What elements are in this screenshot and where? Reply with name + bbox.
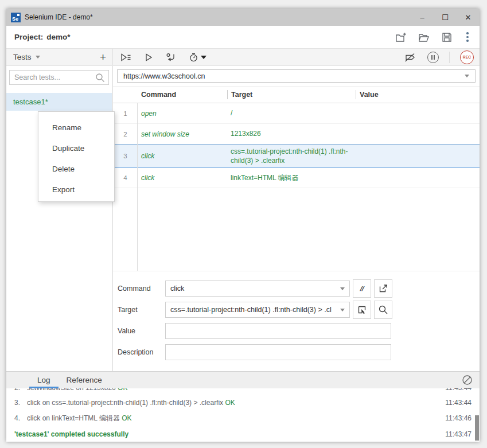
window-controls: – ☐ ✕ (411, 9, 480, 26)
tab-log[interactable]: Log (29, 376, 59, 388)
description-field-label: Description (118, 348, 165, 356)
playback-controls (120, 52, 207, 63)
log-status-ok: OK (122, 414, 131, 422)
log-entry: 4. click on linkText=HTML 编辑器 OK 11:43:4… (6, 410, 480, 427)
log-scrollbar-thumb[interactable] (475, 415, 479, 441)
tab-reference[interactable]: Reference (59, 376, 110, 388)
row-number: 1 (113, 110, 138, 117)
command-row-3-selected[interactable]: 3 click css=.tutorial-project:nth-child(… (113, 145, 480, 167)
tests-dropdown-caret-icon[interactable] (36, 56, 40, 59)
command-row-4[interactable]: 4 click linkText=HTML 编辑器 (113, 167, 480, 188)
log-entry-success: 'testcase1' completed successfully 11:43… (6, 427, 480, 442)
row-command: click (138, 152, 227, 160)
save-project-icon[interactable] (441, 31, 453, 44)
run-current-test-icon[interactable] (144, 53, 153, 62)
tests-sidebar: Tests + testcase1* (6, 49, 113, 371)
close-button[interactable]: ✕ (457, 9, 480, 26)
menu-item-export[interactable]: Export (38, 179, 114, 200)
description-input[interactable] (165, 344, 391, 360)
log-status-ok: OK (225, 399, 235, 407)
maximize-button[interactable]: ☐ (434, 9, 457, 26)
row-target: / (227, 107, 356, 119)
row-command: click (138, 174, 227, 182)
log-list: 2. setWindowSize on 1213x826 OK 11:43:44… (6, 388, 480, 442)
log-entry-text: click on linkText=HTML 编辑器 OK (27, 414, 439, 423)
title-bar: Se Selenium IDE - demo* – ☐ ✕ (6, 9, 480, 26)
log-entry-number: 2. (14, 388, 27, 392)
target-select-caret-icon[interactable] (340, 309, 345, 311)
project-actions (395, 31, 472, 44)
log-entry-time: 11:43:46 (445, 414, 472, 422)
log-entry-time: 11:43:44 (445, 399, 472, 407)
run-all-tests-icon[interactable] (120, 53, 131, 62)
menu-item-delete[interactable]: Delete (38, 158, 114, 179)
test-item-testcase1[interactable]: testcase1* (6, 93, 112, 111)
record-button[interactable]: REC (460, 50, 474, 64)
form-row-description: Description (118, 344, 480, 360)
project-name: demo* (46, 33, 70, 41)
row-number: 2 (113, 131, 138, 138)
comment-glyph: // (360, 285, 364, 292)
row-target: 1213x826 (227, 127, 356, 140)
test-list: testcase1* (6, 88, 112, 111)
toolbar-divider (449, 52, 450, 63)
command-select-value: click (170, 285, 340, 293)
main-panel: REC https://www.w3cschool.cn Command T (113, 49, 480, 371)
add-test-button[interactable]: + (100, 52, 106, 63)
selenium-ide-window: Se Selenium IDE - demo* – ☐ ✕ Project: d… (6, 9, 480, 442)
row-number: 3 (113, 153, 138, 159)
command-select[interactable]: click (165, 281, 350, 297)
search-tests-input[interactable] (10, 71, 108, 84)
base-url-value: https://www.w3cschool.cn (123, 72, 465, 80)
log-entry-number: 4. (14, 414, 27, 422)
base-url-combobox[interactable]: https://www.w3cschool.cn (117, 69, 476, 83)
command-table: Command Target Value 1 open / 2 (113, 87, 480, 271)
open-in-new-window-button[interactable] (374, 279, 392, 298)
row-number: 4 (113, 174, 138, 181)
search-box (9, 70, 109, 85)
command-row-1[interactable]: 1 open / (113, 103, 480, 124)
tests-header: Tests + (6, 49, 112, 66)
log-status-ok: OK (118, 388, 127, 392)
command-select-caret-icon[interactable] (340, 287, 345, 290)
form-row-command: Command click // (118, 281, 480, 297)
clear-log-icon[interactable] (462, 375, 473, 388)
command-row-2[interactable]: 2 set window size 1213x826 (113, 124, 480, 145)
header-target: Target (227, 90, 356, 99)
form-row-target: Target css=.tutorial-project:nth-child(1… (118, 302, 480, 318)
minimize-button[interactable]: – (411, 9, 434, 26)
test-context-menu: Rename Duplicate Delete Export (38, 111, 115, 202)
header-value: Value (356, 90, 480, 99)
row-command: set window size (138, 130, 227, 138)
new-project-icon[interactable] (395, 31, 407, 44)
log-entry-text: setWindowSize on 1213x826 OK (27, 388, 439, 392)
title-bar-left: Se Selenium IDE - demo* (6, 13, 411, 22)
search-row (6, 66, 112, 88)
target-select-value: css=.tutorial-project:nth-child(1) .fl:n… (170, 306, 340, 314)
tests-dropdown[interactable]: Tests (13, 53, 32, 61)
playback-toolbar: REC (113, 49, 480, 66)
form-row-value: Value (118, 323, 480, 339)
row-target: linkText=HTML 编辑器 (227, 172, 356, 184)
find-target-button[interactable] (374, 301, 392, 319)
command-field-label: Command (118, 285, 165, 293)
toggle-comment-button[interactable]: // (353, 279, 371, 298)
more-options-icon[interactable] (463, 32, 472, 42)
step-over-icon[interactable] (166, 53, 176, 62)
pause-on-exceptions-icon[interactable] (427, 52, 439, 63)
command-table-header: Command Target Value (113, 87, 480, 103)
desktop-background: Se Selenium IDE - demo* – ☐ ✕ Project: d… (0, 0, 487, 448)
log-entry-time: 11:43:44 (445, 388, 472, 392)
test-speed-control[interactable] (189, 52, 207, 63)
menu-item-duplicate[interactable]: Duplicate (38, 138, 114, 158)
search-icon (95, 73, 105, 85)
menu-item-rename[interactable]: Rename (38, 117, 114, 138)
open-project-icon[interactable] (418, 31, 430, 44)
log-entry-time: 11:43:47 (445, 430, 472, 438)
target-select[interactable]: css=.tutorial-project:nth-child(1) .fl:n… (165, 302, 350, 318)
log-entry-number: 3. (14, 399, 27, 407)
disable-breakpoints-icon[interactable] (403, 52, 417, 63)
value-input[interactable] (165, 323, 391, 339)
url-dropdown-caret-icon[interactable] (465, 75, 469, 77)
select-target-in-page-button[interactable] (353, 301, 371, 319)
